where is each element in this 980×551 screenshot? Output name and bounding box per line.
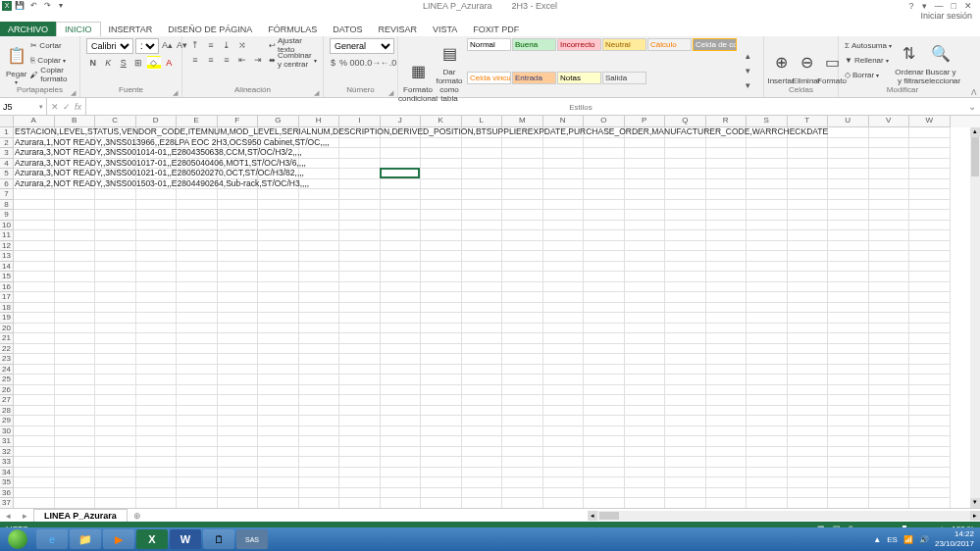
- taskbar-sas-icon[interactable]: SAS: [236, 529, 268, 549]
- cell[interactable]: [136, 488, 178, 499]
- cell[interactable]: [462, 230, 503, 241]
- cell[interactable]: [828, 262, 869, 273]
- cell[interactable]: [299, 488, 340, 499]
- cell[interactable]: [909, 436, 951, 447]
- cell[interactable]: [55, 221, 96, 231]
- cell[interactable]: [625, 189, 666, 200]
- cell[interactable]: [218, 395, 259, 406]
- cell[interactable]: [788, 416, 829, 426]
- cell[interactable]: [828, 365, 869, 376]
- sheet-tab[interactable]: LINEA P_Azurara: [33, 509, 128, 522]
- cell[interactable]: [747, 365, 788, 376]
- cell[interactable]: [218, 303, 259, 314]
- cell[interactable]: [543, 148, 585, 159]
- cell[interactable]: [339, 210, 381, 221]
- cell[interactable]: [381, 148, 422, 159]
- cell[interactable]: [869, 169, 910, 179]
- cell[interactable]: [909, 169, 951, 179]
- cell[interactable]: [909, 313, 951, 324]
- cell[interactable]: [14, 210, 55, 221]
- cell[interactable]: [747, 406, 788, 417]
- cell[interactable]: [339, 272, 381, 282]
- cell[interactable]: [706, 395, 748, 406]
- row-header[interactable]: 5: [0, 169, 14, 179]
- cell[interactable]: [177, 333, 218, 344]
- cell[interactable]: [136, 436, 178, 447]
- cell[interactable]: [502, 262, 543, 273]
- cell[interactable]: [55, 189, 96, 200]
- cell[interactable]: [747, 221, 788, 231]
- cell[interactable]: [665, 189, 706, 200]
- cell[interactable]: [421, 426, 462, 437]
- cell[interactable]: [339, 488, 381, 499]
- cell[interactable]: [788, 292, 829, 303]
- cell[interactable]: [299, 375, 340, 385]
- cell[interactable]: [177, 426, 218, 437]
- cell[interactable]: [706, 230, 748, 241]
- start-button[interactable]: [0, 527, 35, 551]
- cell[interactable]: [299, 189, 340, 200]
- cell[interactable]: [665, 230, 706, 241]
- cell[interactable]: [339, 426, 381, 437]
- cell[interactable]: [828, 436, 869, 447]
- cell[interactable]: [462, 169, 503, 179]
- cell[interactable]: [136, 230, 178, 241]
- cell[interactable]: [543, 189, 585, 200]
- cell[interactable]: [95, 468, 136, 478]
- cell[interactable]: [747, 498, 788, 508]
- cell[interactable]: [339, 333, 381, 344]
- cell[interactable]: [828, 324, 869, 334]
- cell[interactable]: [381, 292, 422, 303]
- cell[interactable]: [136, 457, 178, 468]
- cell[interactable]: [665, 344, 706, 355]
- expand-fbar-icon[interactable]: ⌄: [964, 101, 980, 112]
- cell[interactable]: [177, 447, 218, 458]
- cell[interactable]: [543, 468, 585, 478]
- cell[interactable]: [828, 406, 869, 417]
- cell[interactable]: [502, 303, 543, 314]
- cell[interactable]: [55, 282, 96, 293]
- row-header[interactable]: 28: [0, 406, 14, 417]
- cell[interactable]: [625, 375, 666, 385]
- cell[interactable]: [502, 148, 543, 159]
- cell[interactable]: [788, 189, 829, 200]
- row-header[interactable]: 17: [0, 292, 14, 303]
- cell[interactable]: [462, 210, 503, 221]
- cell[interactable]: [788, 426, 829, 437]
- cell[interactable]: [706, 457, 748, 468]
- cell[interactable]: [299, 477, 340, 488]
- cell[interactable]: [828, 272, 869, 282]
- cell[interactable]: [625, 179, 666, 190]
- cell[interactable]: [869, 189, 910, 200]
- signin-link[interactable]: Iniciar sesión: [920, 11, 972, 21]
- cell[interactable]: [543, 385, 585, 396]
- cell[interactable]: [258, 395, 299, 406]
- cell[interactable]: [584, 395, 625, 406]
- cell[interactable]: [543, 303, 585, 314]
- cell[interactable]: [421, 375, 462, 385]
- cell[interactable]: [747, 210, 788, 221]
- cell[interactable]: [421, 262, 462, 273]
- cell[interactable]: [299, 210, 340, 221]
- cell[interactable]: [339, 468, 381, 478]
- cell[interactable]: [95, 333, 136, 344]
- cell[interactable]: [258, 385, 299, 396]
- cell[interactable]: [869, 488, 910, 499]
- cell[interactable]: [584, 200, 625, 211]
- cell[interactable]: [665, 138, 706, 149]
- cell[interactable]: [665, 148, 706, 159]
- cell[interactable]: [543, 354, 585, 365]
- cell[interactable]: [665, 354, 706, 365]
- cell[interactable]: [543, 292, 585, 303]
- row-header[interactable]: 20: [0, 324, 14, 334]
- cell[interactable]: [665, 200, 706, 211]
- cell[interactable]: [909, 324, 951, 334]
- cell[interactable]: [14, 230, 55, 241]
- cell[interactable]: [421, 498, 462, 508]
- cell[interactable]: [258, 498, 299, 508]
- cell-style-swatch[interactable]: Entrada: [512, 72, 556, 84]
- cell[interactable]: [258, 333, 299, 344]
- cell[interactable]: [381, 179, 422, 190]
- row-header[interactable]: 36: [0, 488, 14, 499]
- cell[interactable]: [95, 262, 136, 273]
